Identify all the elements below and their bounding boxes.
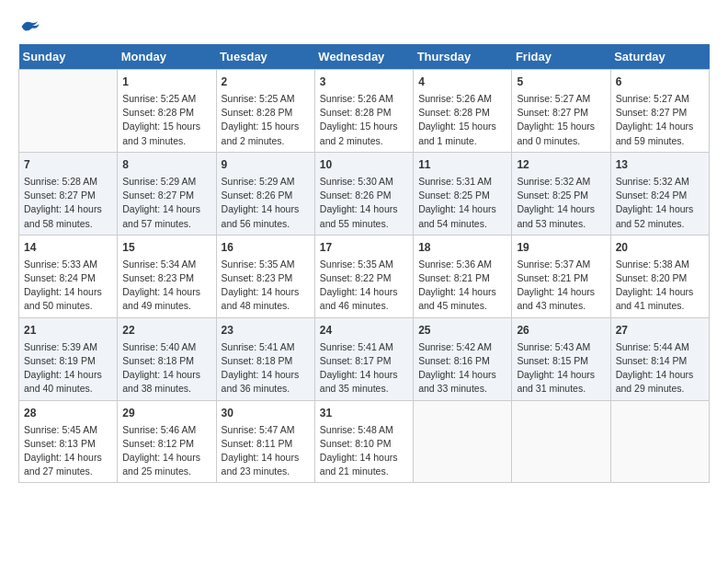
calendar-cell: 28Sunrise: 5:45 AM Sunset: 8:13 PM Dayli… <box>19 400 118 483</box>
cell-content: Sunrise: 5:37 AM Sunset: 8:21 PM Dayligh… <box>517 258 605 314</box>
cell-content: Sunrise: 5:25 AM Sunset: 8:28 PM Dayligh… <box>122 92 210 148</box>
logo <box>18 18 40 35</box>
cell-content: Sunrise: 5:45 AM Sunset: 8:13 PM Dayligh… <box>24 423 112 479</box>
day-number: 22 <box>122 322 210 339</box>
cell-content: Sunrise: 5:32 AM Sunset: 8:25 PM Dayligh… <box>517 175 605 231</box>
cell-content: Sunrise: 5:47 AM Sunset: 8:11 PM Dayligh… <box>222 423 310 479</box>
cell-content: Sunrise: 5:27 AM Sunset: 8:27 PM Dayligh… <box>517 92 605 148</box>
day-number: 30 <box>222 405 310 421</box>
calendar-cell: 20Sunrise: 5:38 AM Sunset: 8:20 PM Dayli… <box>610 235 709 317</box>
calendar-cell: 14Sunrise: 5:33 AM Sunset: 8:24 PM Dayli… <box>19 235 118 317</box>
header-day-monday: Monday <box>118 44 216 70</box>
day-number: 2 <box>222 74 310 90</box>
cell-content: Sunrise: 5:46 AM Sunset: 8:12 PM Dayligh… <box>122 423 210 479</box>
calendar-cell: 17Sunrise: 5:35 AM Sunset: 8:22 PM Dayli… <box>314 235 413 317</box>
day-number: 26 <box>517 322 605 339</box>
calendar-cell: 30Sunrise: 5:47 AM Sunset: 8:11 PM Dayli… <box>216 400 314 483</box>
calendar-cell <box>610 400 709 483</box>
logo-bird-icon <box>20 18 40 35</box>
calendar-cell: 10Sunrise: 5:30 AM Sunset: 8:26 PM Dayli… <box>314 152 413 235</box>
week-row-4: 21Sunrise: 5:39 AM Sunset: 8:19 PM Dayli… <box>19 317 710 400</box>
cell-content: Sunrise: 5:26 AM Sunset: 8:28 PM Dayligh… <box>418 92 506 148</box>
cell-content: Sunrise: 5:41 AM Sunset: 8:18 PM Dayligh… <box>222 340 310 396</box>
cell-content: Sunrise: 5:32 AM Sunset: 8:24 PM Dayligh… <box>616 175 704 231</box>
day-number: 29 <box>122 405 210 421</box>
cell-content: Sunrise: 5:35 AM Sunset: 8:23 PM Dayligh… <box>222 258 310 314</box>
calendar-cell: 31Sunrise: 5:48 AM Sunset: 8:10 PM Dayli… <box>314 400 413 483</box>
calendar-cell: 27Sunrise: 5:44 AM Sunset: 8:14 PM Dayli… <box>610 317 709 400</box>
day-number: 17 <box>320 239 408 256</box>
day-number: 18 <box>418 239 506 256</box>
calendar-cell: 5Sunrise: 5:27 AM Sunset: 8:27 PM Daylig… <box>512 70 610 153</box>
cell-content: Sunrise: 5:34 AM Sunset: 8:23 PM Dayligh… <box>122 258 210 314</box>
cell-content: Sunrise: 5:29 AM Sunset: 8:27 PM Dayligh… <box>122 175 210 231</box>
day-number: 11 <box>418 156 506 173</box>
week-row-3: 14Sunrise: 5:33 AM Sunset: 8:24 PM Dayli… <box>19 235 710 317</box>
day-number: 23 <box>222 322 310 339</box>
day-number: 28 <box>24 405 112 421</box>
header-day-saturday: Saturday <box>610 44 709 70</box>
day-number: 27 <box>616 322 704 339</box>
calendar-cell: 6Sunrise: 5:27 AM Sunset: 8:27 PM Daylig… <box>610 70 709 153</box>
cell-content: Sunrise: 5:31 AM Sunset: 8:25 PM Dayligh… <box>418 175 506 231</box>
calendar-cell: 9Sunrise: 5:29 AM Sunset: 8:26 PM Daylig… <box>216 152 314 235</box>
day-number: 8 <box>122 156 210 173</box>
calendar-cell: 16Sunrise: 5:35 AM Sunset: 8:23 PM Dayli… <box>216 235 314 317</box>
header-day-sunday: Sunday <box>19 44 118 70</box>
day-number: 14 <box>24 239 112 256</box>
cell-content: Sunrise: 5:43 AM Sunset: 8:15 PM Dayligh… <box>517 340 605 396</box>
calendar-cell <box>19 70 118 153</box>
day-number: 31 <box>320 405 408 421</box>
calendar-cell: 22Sunrise: 5:40 AM Sunset: 8:18 PM Dayli… <box>118 317 216 400</box>
cell-content: Sunrise: 5:27 AM Sunset: 8:27 PM Dayligh… <box>616 92 704 148</box>
day-number: 15 <box>122 239 210 256</box>
calendar-cell: 24Sunrise: 5:41 AM Sunset: 8:17 PM Dayli… <box>314 317 413 400</box>
cell-content: Sunrise: 5:33 AM Sunset: 8:24 PM Dayligh… <box>24 258 112 314</box>
day-number: 3 <box>320 74 408 90</box>
calendar-cell: 13Sunrise: 5:32 AM Sunset: 8:24 PM Dayli… <box>610 152 709 235</box>
calendar-cell: 18Sunrise: 5:36 AM Sunset: 8:21 PM Dayli… <box>414 235 512 317</box>
cell-content: Sunrise: 5:48 AM Sunset: 8:10 PM Dayligh… <box>320 423 408 479</box>
calendar-cell: 1Sunrise: 5:25 AM Sunset: 8:28 PM Daylig… <box>118 70 216 153</box>
week-row-2: 7Sunrise: 5:28 AM Sunset: 8:27 PM Daylig… <box>19 152 710 235</box>
day-number: 20 <box>616 239 704 256</box>
day-number: 12 <box>517 156 605 173</box>
calendar-cell: 21Sunrise: 5:39 AM Sunset: 8:19 PM Dayli… <box>19 317 118 400</box>
calendar-cell: 7Sunrise: 5:28 AM Sunset: 8:27 PM Daylig… <box>19 152 118 235</box>
cell-content: Sunrise: 5:25 AM Sunset: 8:28 PM Dayligh… <box>222 92 310 148</box>
day-number: 24 <box>320 322 408 339</box>
day-number: 25 <box>418 322 506 339</box>
cell-content: Sunrise: 5:39 AM Sunset: 8:19 PM Dayligh… <box>24 340 112 396</box>
calendar-cell: 2Sunrise: 5:25 AM Sunset: 8:28 PM Daylig… <box>216 70 314 153</box>
calendar-cell: 12Sunrise: 5:32 AM Sunset: 8:25 PM Dayli… <box>512 152 610 235</box>
cell-content: Sunrise: 5:38 AM Sunset: 8:20 PM Dayligh… <box>616 258 704 314</box>
cell-content: Sunrise: 5:44 AM Sunset: 8:14 PM Dayligh… <box>616 340 704 396</box>
page-header <box>18 18 710 35</box>
header-day-thursday: Thursday <box>414 44 512 70</box>
calendar-cell: 23Sunrise: 5:41 AM Sunset: 8:18 PM Dayli… <box>216 317 314 400</box>
day-number: 21 <box>24 322 112 339</box>
calendar-header: SundayMondayTuesdayWednesdayThursdayFrid… <box>19 44 710 70</box>
calendar-body: 1Sunrise: 5:25 AM Sunset: 8:28 PM Daylig… <box>19 70 710 483</box>
day-number: 5 <box>517 74 605 90</box>
calendar-cell: 25Sunrise: 5:42 AM Sunset: 8:16 PM Dayli… <box>414 317 512 400</box>
day-number: 6 <box>616 74 704 90</box>
cell-content: Sunrise: 5:35 AM Sunset: 8:22 PM Dayligh… <box>320 258 408 314</box>
header-day-friday: Friday <box>512 44 610 70</box>
cell-content: Sunrise: 5:36 AM Sunset: 8:21 PM Dayligh… <box>418 258 506 314</box>
calendar-cell: 8Sunrise: 5:29 AM Sunset: 8:27 PM Daylig… <box>118 152 216 235</box>
calendar-cell: 15Sunrise: 5:34 AM Sunset: 8:23 PM Dayli… <box>118 235 216 317</box>
calendar-cell: 29Sunrise: 5:46 AM Sunset: 8:12 PM Dayli… <box>118 400 216 483</box>
day-number: 16 <box>222 239 310 256</box>
day-number: 19 <box>517 239 605 256</box>
day-number: 1 <box>122 74 210 90</box>
day-number: 4 <box>418 74 506 90</box>
day-number: 9 <box>222 156 310 173</box>
calendar-cell: 26Sunrise: 5:43 AM Sunset: 8:15 PM Dayli… <box>512 317 610 400</box>
cell-content: Sunrise: 5:28 AM Sunset: 8:27 PM Dayligh… <box>24 175 112 231</box>
cell-content: Sunrise: 5:40 AM Sunset: 8:18 PM Dayligh… <box>122 340 210 396</box>
day-number: 13 <box>616 156 704 173</box>
calendar-cell: 3Sunrise: 5:26 AM Sunset: 8:28 PM Daylig… <box>314 70 413 153</box>
cell-content: Sunrise: 5:41 AM Sunset: 8:17 PM Dayligh… <box>320 340 408 396</box>
calendar-cell <box>414 400 512 483</box>
